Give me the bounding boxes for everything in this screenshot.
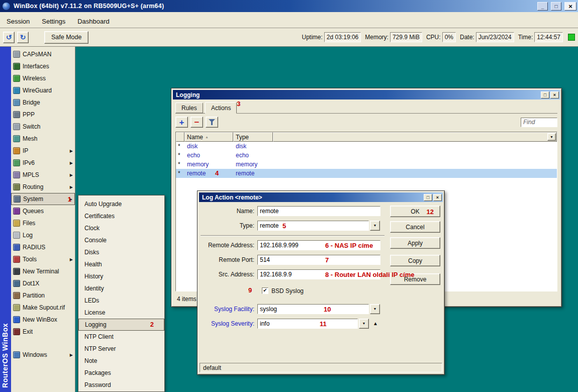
sort-asc-icon: ▲ [205, 135, 209, 139]
sidebar-item-bridge[interactable]: Bridge [11, 96, 75, 109]
redo-button[interactable]: ↻ [17, 32, 29, 43]
bsd-syslog-checkbox[interactable]: ✔ [262, 287, 268, 294]
close-button[interactable]: × [564, 2, 576, 11]
logging-close-button[interactable]: × [550, 91, 559, 99]
radius-icon [13, 244, 20, 251]
submenu-item-identity[interactable]: Identity [78, 282, 164, 295]
submenu-item-console[interactable]: Console [78, 234, 164, 246]
sidebar-item-wireguard[interactable]: WireGuard [11, 84, 75, 96]
type-select[interactable] [257, 221, 369, 231]
table-row-disk[interactable]: * disk disk [176, 142, 557, 151]
winbox-logo-icon [2, 2, 11, 11]
find-input[interactable] [521, 118, 557, 127]
submenu-item-license[interactable]: License [78, 307, 164, 319]
syslog-facility-label: Syslog Facility: [200, 306, 257, 313]
submenu-item-leds[interactable]: LEDs [78, 295, 164, 307]
sidebar-item-dot1x[interactable]: Dot1X [11, 277, 75, 289]
brand-text: RouterOS WinBox [1, 323, 9, 388]
submenu-item-auto-upgrade[interactable]: Auto Upgrade [78, 198, 164, 210]
sidebar-item-label: IP [23, 147, 28, 154]
annotation-10: 10 [324, 306, 331, 313]
syslog-severity-select[interactable] [257, 319, 358, 329]
sidebar-item-interfaces[interactable]: Interfaces [11, 60, 75, 72]
submenu-item-health[interactable]: Health [78, 258, 164, 270]
submenu-item-ntp-server[interactable]: NTP Server [78, 343, 164, 355]
logging-titlebar[interactable]: Logging □ × [173, 90, 560, 100]
time-value: 12:44:57 [534, 32, 563, 42]
filter-button[interactable] [206, 117, 218, 128]
sidebar-item-mpls[interactable]: MPLS▶ [11, 169, 75, 181]
type-column-header[interactable]: Type [233, 132, 273, 142]
sidebar-item-new-terminal[interactable]: New Terminal [11, 265, 75, 277]
submenu-item-ntp-client[interactable]: NTP Client [78, 331, 164, 343]
sidebar-item-switch[interactable]: Switch [11, 121, 75, 133]
undo-button[interactable]: ↺ [3, 32, 15, 43]
apply-button[interactable]: Apply [390, 237, 440, 249]
sidebar-item-ipv6[interactable]: IPv6▶ [11, 157, 75, 169]
tab-actions[interactable]: Actions3 [205, 102, 237, 114]
submenu-item-packages[interactable]: Packages [78, 367, 164, 379]
sidebar-item-label: New Terminal [23, 268, 59, 275]
chevron-right-icon: ▶ [70, 185, 73, 189]
copy-button[interactable]: Copy [390, 255, 440, 266]
sidebar-item-wireless[interactable]: Wireless [11, 72, 75, 84]
submenu-item-password[interactable]: Password [78, 379, 164, 391]
dialog-close-button[interactable]: × [433, 194, 442, 201]
filter-icon [209, 119, 215, 125]
system-submenu: Auto Upgrade Certificates Clock Console … [78, 195, 165, 392]
submenu-item-certificates[interactable]: Certificates [78, 210, 164, 222]
submenu-item-note[interactable]: Note [78, 355, 164, 367]
sidebar-item-make-supout[interactable]: Make Supout.rif [11, 302, 75, 314]
menu-dashboard[interactable]: Dashboard [72, 16, 115, 27]
wireguard-icon [13, 87, 20, 94]
submenu-item-disks[interactable]: Disks [78, 246, 164, 258]
collapse-section-icon[interactable]: ▲ [373, 321, 378, 326]
sidebar-item-new-winbox[interactable]: New WinBox [11, 314, 75, 326]
remote-port-label: Remote Port: [200, 256, 257, 263]
remove-entry-button[interactable]: − [190, 117, 203, 128]
remote-port-input[interactable] [257, 255, 380, 265]
sidebar-item-ppp[interactable]: PPP [11, 109, 75, 121]
syslog-facility-dropdown-button[interactable]: ▼ [370, 304, 380, 314]
menu-settings[interactable]: Settings [36, 16, 71, 27]
maximize-button[interactable]: □ [551, 2, 561, 11]
sidebar-item-files[interactable]: Files [11, 217, 75, 229]
sidebar-item-log[interactable]: Log [11, 229, 75, 241]
table-row-remote[interactable]: * remote remote 4 [176, 169, 557, 178]
windows-icon [13, 351, 20, 358]
type-dropdown-button[interactable]: ▼ [370, 221, 380, 231]
sidebar-item-radius[interactable]: RADIUS [11, 241, 75, 253]
sidebar-item-mesh[interactable]: Mesh [11, 133, 75, 145]
name-input[interactable] [257, 206, 380, 216]
sidebar-item-capsman[interactable]: CAPsMAN [11, 48, 75, 60]
tab-rules[interactable]: Rules [175, 103, 203, 113]
logging-maximize-button[interactable]: □ [541, 91, 549, 99]
name-column-header[interactable]: Name▲ [184, 132, 233, 142]
dialog-maximize-button[interactable]: □ [424, 194, 432, 201]
sidebar-item-tools[interactable]: Tools▶ [11, 253, 75, 265]
sidebar-item-ip[interactable]: IP▶ [11, 145, 75, 157]
sidebar-item-partition[interactable]: Partition [11, 289, 75, 302]
menu-session[interactable]: Session [1, 16, 35, 27]
sidebar-item-system[interactable]: System▶1 [11, 193, 75, 205]
sidebar-item-exit[interactable]: Exit [11, 326, 75, 338]
syslog-facility-select[interactable] [257, 304, 369, 314]
sidebar-item-queues[interactable]: Queues [11, 205, 75, 217]
minimize-button[interactable]: _ [537, 2, 548, 11]
submenu-item-logging[interactable]: Logging2 [78, 319, 164, 331]
syslog-severity-label: Syslog Severity: [200, 320, 257, 327]
submenu-item-clock[interactable]: Clock [78, 222, 164, 234]
flag-column-header[interactable] [176, 132, 184, 142]
sidebar-item-routing[interactable]: Routing▶ [11, 181, 75, 193]
submenu-item-history[interactable]: History [78, 270, 164, 282]
cancel-button[interactable]: Cancel [390, 221, 440, 233]
table-row-echo[interactable]: * echo echo [176, 151, 557, 160]
column-select-button[interactable]: ▼ [547, 133, 556, 141]
add-button[interactable]: + [175, 117, 188, 128]
dialog-titlebar[interactable]: Log Action <remote> □ × [199, 192, 443, 202]
table-row-memory[interactable]: * memory memory [176, 160, 557, 169]
ok-button[interactable]: OK12 [390, 206, 440, 217]
syslog-severity-dropdown-button[interactable]: ▼ [359, 319, 369, 329]
safe-mode-button[interactable]: Safe Mode [44, 31, 88, 44]
sidebar-item-windows[interactable]: Windows▶ [11, 349, 75, 361]
